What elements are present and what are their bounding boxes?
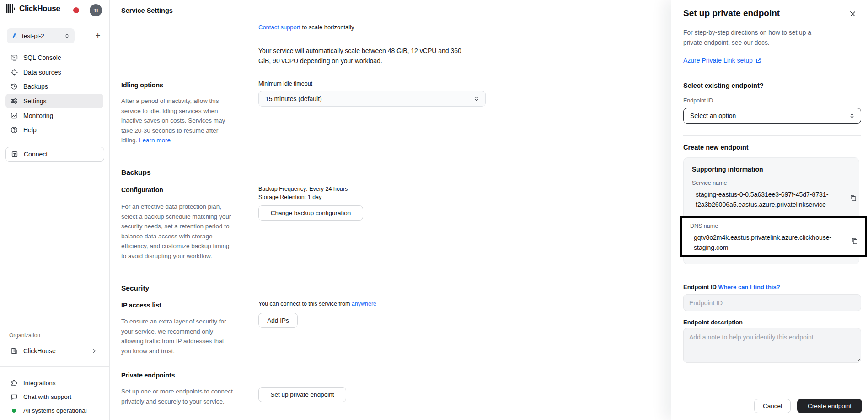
text-line: inactive saves on costs. Services may — [121, 117, 225, 127]
backup-frequency-value: Backup Frequency: Every 24 hours — [258, 186, 348, 192]
divider — [683, 135, 861, 136]
private-endpoint-panel: Set up private endpoint For step-by-step… — [671, 0, 868, 420]
endpoint-description-label: Endpoint description — [683, 319, 743, 326]
add-ips-button[interactable]: Add IPs — [258, 313, 298, 328]
sidebar-item-label: Help — [23, 126, 37, 134]
azure-private-link-setup-link[interactable]: Azure Private Link setup — [683, 57, 753, 64]
learn-more-link[interactable]: Learn more — [139, 137, 171, 144]
idle-timeout-select[interactable]: 15 minutes (default) — [258, 91, 486, 107]
endpoint-id-label: Endpoint ID — [683, 97, 713, 104]
change-backup-configuration-button[interactable]: Change backup configuration — [258, 205, 363, 221]
scaling-row: Contact support to scale horizontally — [258, 24, 354, 31]
create-endpoint-button[interactable]: Create endpoint — [797, 399, 862, 413]
sidebar-item-sql-console[interactable]: SQL Console — [5, 50, 103, 65]
sidebar-item-monitoring[interactable]: Monitoring — [5, 108, 103, 123]
text-line: private endpoint, see our docs. — [683, 39, 811, 49]
text-line: Your service will automatically scale be… — [258, 46, 461, 56]
idling-options-title: Idling options — [121, 81, 163, 89]
text-line: To ensure an extra layer of security for — [121, 318, 226, 328]
sidebar: ClickHouse TI test-pl-2 + SQL Console — [0, 0, 110, 420]
sidebar-item-label: SQL Console — [23, 54, 61, 61]
backups-section-title: Backups — [121, 168, 151, 177]
select-existing-endpoint-title: Select existing endpoint? — [683, 82, 764, 89]
text-line: allowing traffic from IP addresses that — [121, 338, 226, 348]
idling-description: After a period of inactivity, allow this… — [121, 97, 225, 147]
restore-clock-icon — [11, 83, 18, 90]
text-line: staging-eastus-0-0.5a631ee3-697f-45d7-87… — [696, 190, 828, 200]
text-line: take 20-30 seconds to resume after — [121, 127, 225, 137]
sidebar-item-label: Settings — [23, 97, 47, 105]
scaling-suffix: to scale horizontally — [302, 24, 354, 31]
text-fragment: Endpoint ID — [683, 284, 717, 291]
copy-service-name-icon[interactable] — [850, 194, 857, 202]
existing-endpoint-select[interactable]: Select an option — [683, 108, 861, 124]
anywhere-link[interactable]: anywhere — [352, 301, 376, 307]
text-fragment: idling. — [121, 137, 137, 144]
sidebar-item-chat-support[interactable]: Chat with support — [5, 390, 103, 404]
sidebar-item-label: Data sources — [23, 69, 61, 76]
organization-label: Organization — [9, 332, 40, 339]
sidebar-item-label: Integrations — [23, 380, 56, 387]
configuration-description: For an effective data protection plan, s… — [121, 203, 231, 262]
text-line: your service, we recommend only — [121, 328, 226, 338]
avatar[interactable]: TI — [90, 4, 102, 16]
sidebar-item-help[interactable]: Help — [5, 123, 103, 137]
service-name-value: staging-eastus-0-0.5a631ee3-697f-45d7-87… — [696, 190, 828, 210]
brand-name: ClickHouse — [19, 4, 60, 13]
sidebar-item-system-status[interactable]: All systems operational — [5, 404, 103, 417]
close-icon[interactable] — [848, 9, 857, 18]
divider — [121, 365, 486, 365]
set-up-private-endpoint-button[interactable]: Set up private endpoint — [258, 387, 346, 402]
ip-access-list-title: IP access list — [121, 302, 161, 309]
create-new-endpoint-title: Create new endpoint — [683, 144, 749, 151]
chevron-updown-icon — [849, 113, 855, 119]
divider — [121, 280, 486, 280]
chart-icon — [11, 112, 18, 119]
service-name: test-pl-2 — [22, 32, 60, 39]
sidebar-item-data-sources[interactable]: Data sources — [5, 65, 103, 79]
select-placeholder: Select an option — [690, 112, 849, 119]
copy-dns-name-icon[interactable] — [851, 237, 858, 245]
connect-button[interactable]: Connect — [5, 147, 104, 162]
where-can-i-find-this-link[interactable]: Where can I find this? — [718, 284, 780, 291]
idle-timeout-label: Minimum idle timeout — [258, 81, 312, 87]
security-section-title: Security — [121, 284, 149, 292]
endpoint-description-textarea[interactable] — [683, 328, 861, 363]
chevron-updown-icon — [64, 33, 70, 39]
external-link-icon — [755, 58, 761, 64]
divider — [121, 157, 486, 157]
terminal-icon — [11, 54, 18, 61]
idle-timeout-value: 15 minutes (default) — [265, 95, 473, 102]
system-status-label: All systems operational — [23, 407, 87, 414]
text-line: you know and trust. — [121, 348, 226, 358]
dns-name-label: DNS name — [690, 223, 718, 229]
help-icon — [11, 126, 18, 134]
chevron-right-icon — [91, 348, 97, 354]
service-switcher[interactable]: test-pl-2 — [7, 28, 75, 43]
divider — [671, 71, 868, 71]
clickhouse-logo-icon — [6, 4, 16, 13]
sliders-icon — [11, 97, 18, 105]
storage-retention-value: Storage Retention: 1 day — [258, 194, 321, 200]
text-line: to avoid disrupting your workflow. — [121, 253, 231, 263]
page-title: Service Settings — [121, 7, 173, 14]
text-line: gqtv8o2m4k.eastus.privatelink.azure.clic… — [694, 233, 831, 243]
sidebar-item-settings[interactable]: Settings — [5, 94, 103, 108]
contact-support-link[interactable]: Contact support — [258, 24, 300, 31]
add-service-button[interactable]: + — [92, 30, 103, 41]
organization-switcher[interactable]: ClickHouse — [5, 344, 103, 358]
autoscale-description: Your service will automatically scale be… — [258, 46, 461, 66]
private-endpoints-description: Set up one or more endpoints to connect … — [121, 388, 233, 408]
dns-name-highlight-box: DNS name gqtv8o2m4k.eastus.privatelink.a… — [680, 216, 867, 257]
endpoint-id-input[interactable] — [683, 294, 861, 311]
connect-icon — [11, 151, 18, 158]
data-sources-icon — [11, 69, 18, 76]
text-line: Set up one or more endpoints to connect — [121, 388, 233, 398]
configuration-title: Configuration — [121, 186, 163, 194]
sidebar-item-backups[interactable]: Backups — [5, 79, 103, 93]
sidebar-item-integrations[interactable]: Integrations — [5, 377, 103, 390]
text-line: After a period of inactivity, allow this — [121, 97, 225, 108]
sidebar-item-label: Monitoring — [23, 112, 53, 119]
status-green-dot — [12, 409, 16, 413]
cancel-button[interactable]: Cancel — [754, 399, 791, 413]
